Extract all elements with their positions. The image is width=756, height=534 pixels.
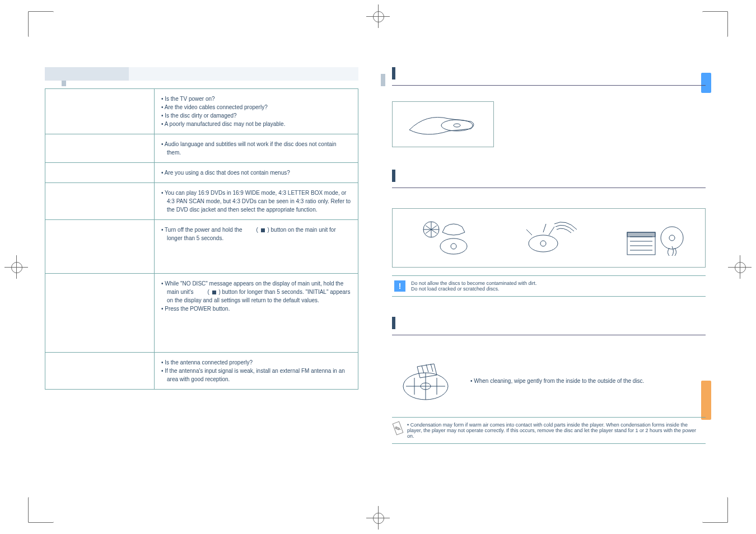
caution-line-1: Do not allow the discs to become contami…: [411, 280, 537, 286]
storage-illustrations: [392, 208, 706, 268]
table-row-check: • While "NO DISC" message appears on the…: [155, 274, 358, 353]
table-row-symptom: [45, 274, 155, 353]
section-cleaning: • When cleaning, wipe gently from the in…: [392, 317, 706, 444]
svg-point-6: [540, 241, 546, 246]
note-box: ✎ • Condensation may form if warm air co…: [392, 417, 706, 444]
section-storage: ! Do not allow the discs to become conta…: [392, 170, 706, 297]
svg-rect-8: [627, 232, 655, 237]
svg-point-10: [669, 235, 675, 241]
table-row-symptom: [45, 183, 155, 220]
table-row-symptom: [45, 89, 155, 134]
svg-point-4: [451, 243, 456, 249]
table-row-check: • Is the antenna connected properly?• If…: [155, 353, 358, 390]
svg-point-5: [529, 235, 558, 252]
table-row-symptom: [45, 353, 155, 390]
table-row-check: • Turn off the power and hold the ( ) bu…: [155, 220, 358, 274]
table-row-check: • Is the TV power on?• Are the video cab…: [155, 89, 358, 134]
section-handling: [392, 67, 706, 147]
caution-icon: !: [394, 280, 405, 292]
table-row-symptom: [45, 163, 155, 183]
caution-line-2: Do not load cracked or scratched discs.: [411, 286, 537, 292]
svg-point-0: [441, 120, 473, 131]
table-row-symptom: [45, 220, 155, 274]
table-row-symptom: [45, 134, 155, 163]
table-row-check: • Are you using a disc that does not con…: [155, 163, 358, 183]
note-icon: ✎: [393, 421, 404, 435]
hand-disc-illustration: [392, 101, 494, 147]
table-row-check: • Audio language and subtitles will not …: [155, 134, 358, 163]
svg-point-3: [440, 238, 467, 254]
svg-point-1: [454, 124, 460, 127]
left-title-bar: [45, 67, 358, 81]
table-row-check: • You can play 16:9 DVDs in 16:9 WIDE mo…: [155, 183, 358, 220]
note-text: Condensation may form if warm air comes …: [407, 422, 696, 439]
cleaning-text: When cleaning, wipe gently from the insi…: [474, 378, 644, 384]
caution-box: ! Do not allow the discs to become conta…: [392, 275, 706, 297]
svg-point-9: [661, 227, 683, 249]
troubleshooting-table: • Is the TV power on?• Are the video cab…: [45, 88, 358, 390]
